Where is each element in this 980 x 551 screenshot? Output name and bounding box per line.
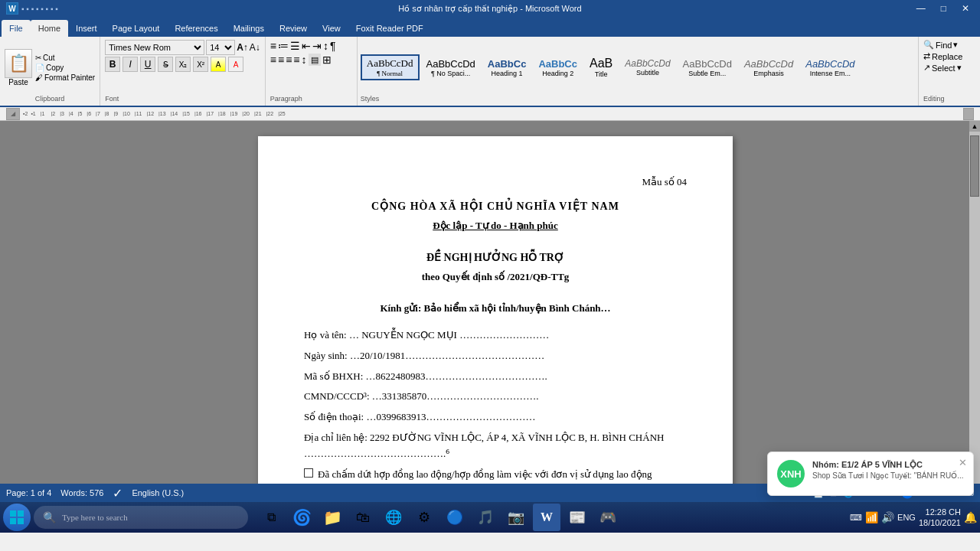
main-ribbon: 📋 Paste ✂Cut 📄Copy 🖌Format Painter Clipb… (0, 37, 980, 107)
multilevel-list-button[interactable]: ☰ (290, 40, 300, 52)
style-intense-em[interactable]: AaBbCcDd Intense Em... (800, 56, 860, 80)
style-no-spacing[interactable]: AaBbCcDd ¶ No Spaci... (421, 56, 481, 80)
app10-icon[interactable]: 📰 (564, 504, 591, 531)
align-justify-button[interactable]: ≡ (293, 54, 299, 66)
scroll-thumb[interactable] (970, 135, 979, 197)
style-heading1[interactable]: AaBbCc Heading 1 (482, 56, 532, 80)
word-taskbar-icon[interactable]: W (533, 504, 560, 531)
align-right-button[interactable]: ≡ (286, 54, 292, 66)
editing-group: 🔍Find▾ ⇄Replace ↗Select▾ Editing (919, 37, 980, 106)
app7-icon[interactable]: 🎵 (472, 504, 499, 531)
keyboard-icon[interactable]: ⌨ (850, 513, 862, 523)
superscript-button[interactable]: X² (193, 57, 208, 72)
search-icon: 🔍 (43, 511, 56, 524)
font-shrink-button[interactable]: A↓ (250, 42, 260, 53)
tab-references[interactable]: References (167, 20, 225, 37)
show-formatting-button[interactable]: ¶ (330, 40, 336, 52)
minimize-button[interactable]: — (912, 3, 930, 14)
paste-button[interactable]: 📋 Paste (5, 49, 32, 86)
vertical-scrollbar[interactable]: ▲ ▼ (969, 121, 980, 502)
tab-home[interactable]: Home (31, 20, 68, 37)
dia-chi-line: Địa chỉ liên hệ: 2292 ĐƯỜNG VĨNH LỘC, ÁP… (304, 430, 687, 462)
spellcheck-icon[interactable]: ✓ (113, 486, 122, 500)
taskbar-search[interactable]: 🔍 Type here to search (34, 506, 248, 529)
notification-content: Nhóm: E1/2 ÁP 5 VĨNH LỘC Shop Sữa Tươi I… (812, 460, 964, 480)
bullets-button[interactable]: ≡ (270, 40, 276, 52)
taskbar-date-text: 18/10/2021 (919, 517, 961, 528)
notification-area-icon[interactable]: 🔔 (964, 511, 977, 523)
store-icon[interactable]: 🛍 (349, 504, 377, 531)
clipboard-content: 📋 Paste ✂Cut 📄Copy 🖌Format Painter (5, 40, 95, 95)
ie-icon[interactable]: 🌐 (380, 504, 407, 531)
style-title[interactable]: AaB Title (584, 54, 618, 80)
doc-title-sub: theo Quyết định số /2021/QĐ-TTg (304, 269, 687, 285)
select-button[interactable]: ↗Select▾ (923, 63, 975, 73)
bold-button[interactable]: B (105, 57, 120, 72)
highlight-color-button[interactable]: A (211, 57, 226, 72)
checkbox1[interactable] (304, 468, 313, 478)
paragraph-group: ≡ ≔ ☰ ⇤ ⇥ ↕ ¶ ≡ ≡ ≡ ≡ ↕ ▤ ⊞ Paragraph (266, 37, 358, 106)
search-placeholder: Type here to search (62, 513, 128, 522)
tab-page-layout[interactable]: Page Layout (105, 20, 168, 37)
taskbar-datetime: 12:28 CH 18/10/2021 (919, 507, 961, 529)
style-emphasis[interactable]: AaBbCcDd Emphasis (739, 56, 799, 80)
task-view-button[interactable]: ⧉ (257, 504, 285, 531)
ma-so-line: Mã số BHXH: …8622480983………………………………. (304, 369, 687, 385)
strikethrough-button[interactable]: S̶ (158, 57, 173, 72)
explorer-icon[interactable]: 📁 (318, 504, 346, 531)
start-button[interactable] (3, 504, 31, 531)
sdt-line: Số điện thoại: …0399683913…………………………… (304, 409, 687, 425)
settings-icon[interactable]: ⚙ (410, 504, 438, 531)
align-center-button[interactable]: ≡ (278, 54, 284, 66)
tab-view[interactable]: View (315, 20, 348, 37)
subscript-button[interactable]: X₂ (175, 57, 191, 72)
scroll-up-button[interactable]: ▲ (969, 121, 980, 132)
sort-button[interactable]: ↕ (323, 40, 328, 52)
borders-button[interactable]: ⊞ (322, 54, 332, 66)
decrease-indent-button[interactable]: ⇤ (302, 40, 311, 52)
find-button[interactable]: 🔍Find▾ (923, 40, 975, 50)
maximize-button[interactable]: □ (936, 3, 951, 14)
numbering-button[interactable]: ≔ (278, 40, 289, 52)
notification-body: Shop Sữa Tươi I Ngọc Tuyết: "BÁNH RUỐ... (812, 471, 964, 480)
style-subtitle[interactable]: AaBbCcDd Subtitle (619, 56, 675, 79)
app8-icon[interactable]: 📷 (502, 504, 530, 531)
font-family-select[interactable]: Times New Rom (105, 40, 204, 55)
style-normal[interactable]: AaBbCcDd ¶ Normal (361, 54, 420, 80)
style-subtle-em[interactable]: AaBbCcDd Subtle Em... (678, 56, 737, 80)
close-button[interactable]: ✕ (957, 3, 974, 14)
font-grow-button[interactable]: A↑ (237, 42, 248, 53)
tab-foxit[interactable]: Foxit Reader PDF (348, 20, 431, 37)
document-area[interactable]: ▲ ▼ Mẫu số 04 CỘNG HÒA XÃ HỘI CHỦ NGHĨA … (0, 121, 980, 502)
underline-button[interactable]: U (140, 57, 155, 72)
tab-file[interactable]: File (2, 20, 31, 37)
mau-so: Mẫu số 04 (304, 174, 687, 191)
italic-button[interactable]: I (122, 57, 138, 72)
volume-icon[interactable]: 🔊 (881, 511, 894, 523)
cut-button[interactable]: ✂Cut (35, 54, 95, 62)
replace-button[interactable]: ⇄Replace (923, 51, 975, 61)
tab-review[interactable]: Review (272, 20, 315, 37)
scroll-track[interactable] (969, 132, 980, 491)
line-spacing-button[interactable]: ↕ (302, 54, 307, 66)
edge-icon[interactable]: 🌀 (288, 504, 315, 531)
network-icon[interactable]: 📶 (865, 511, 878, 523)
ruler-corner[interactable]: ◢ (6, 108, 20, 120)
shading-button[interactable]: ▤ (309, 54, 321, 66)
app11-icon[interactable]: 🎮 (594, 504, 622, 531)
copy-button[interactable]: 📄Copy (35, 64, 95, 72)
paragraph-row1: ≡ ≔ ☰ ⇤ ⇥ ↕ ¶ (270, 40, 352, 52)
align-left-button[interactable]: ≡ (270, 54, 276, 66)
format-painter-button[interactable]: 🖌Format Painter (35, 73, 95, 82)
font-color-button[interactable]: A (228, 57, 243, 72)
title-bar-controls[interactable]: — □ ✕ (912, 3, 974, 14)
svg-rect-0 (10, 510, 16, 517)
font-size-select[interactable]: 14 (206, 40, 235, 55)
style-heading2[interactable]: AaBbCc Heading 2 (533, 56, 583, 80)
increase-indent-button[interactable]: ⇥ (312, 40, 322, 52)
tab-insert[interactable]: Insert (68, 20, 105, 37)
chrome-icon[interactable]: 🔵 (441, 504, 469, 531)
tab-mailings[interactable]: Mailings (226, 20, 272, 37)
notification-close-button[interactable]: ✕ (959, 457, 967, 468)
cmnd-line: CMND/CCCD³: …331385870……………………………. (304, 389, 687, 405)
